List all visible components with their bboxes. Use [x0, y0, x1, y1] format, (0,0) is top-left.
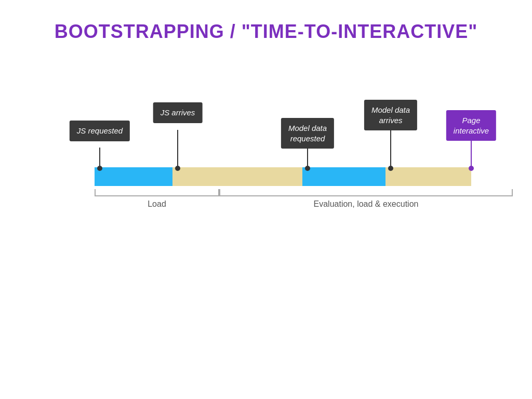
label-model-data-arrives: Model data arrives	[364, 100, 417, 130]
slide: BOOTSTRAPPING / "TIME-TO-INTERACTIVE" JS…	[0, 0, 532, 399]
bar-segment-1	[172, 167, 302, 186]
dot-model-req	[305, 166, 310, 171]
label-model-data-requested: Model data requested	[281, 118, 334, 149]
vline-page-interactive	[471, 138, 472, 167]
bracket-label-bracket-load: Load	[148, 200, 166, 209]
bracket-bracket-load: Load	[95, 189, 219, 209]
bracket-line-bracket-load	[95, 189, 219, 196]
label-page-interactive: Page interactive	[446, 110, 496, 141]
label-js-requested: JS requested	[70, 121, 130, 141]
bracket-line-bracket-eval	[219, 189, 513, 196]
bracket-label-bracket-eval: Evaluation, load & execution	[314, 200, 419, 209]
bar-segment-0	[95, 167, 172, 186]
dot-js-arrives	[175, 166, 180, 171]
label-js-arrives: JS arrives	[153, 102, 203, 123]
dot-model-arrives	[388, 166, 393, 171]
slide-title: BOOTSTRAPPING / "TIME-TO-INTERACTIVE"	[55, 21, 477, 43]
bracket-bracket-eval: Evaluation, load & execution	[219, 189, 513, 209]
bar-segment-3	[385, 167, 471, 186]
vline-js-requested	[99, 148, 100, 168]
bar-segment-2	[302, 167, 385, 186]
timeline-bar	[95, 167, 471, 186]
dot-js-req	[97, 166, 102, 171]
vline-model-data-arrives	[390, 130, 391, 167]
timeline-wrapper: JS requestedJS arrivesModel data request…	[53, 74, 479, 240]
dot-interactive	[469, 166, 474, 171]
vline-model-data-requested	[307, 148, 308, 168]
vline-js-arrives	[177, 130, 178, 167]
diagram-area: JS requestedJS arrivesModel data request…	[31, 74, 501, 240]
